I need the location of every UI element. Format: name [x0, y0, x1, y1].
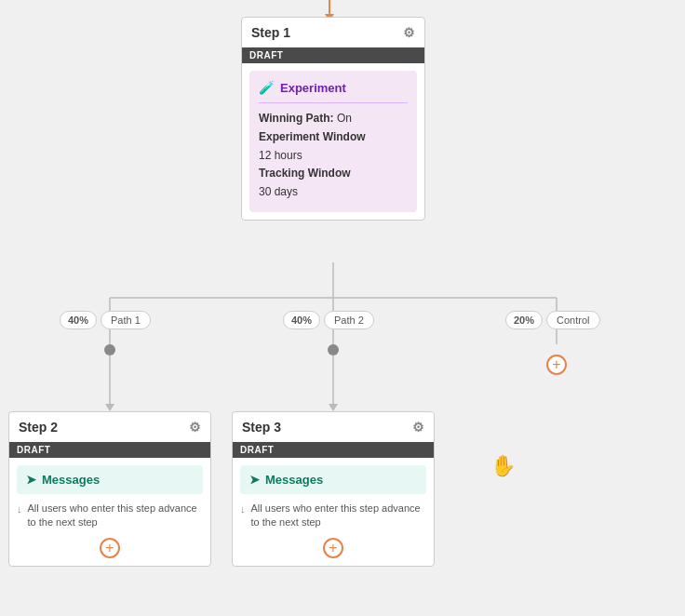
- step2-header: Step 2 ⚙: [9, 412, 210, 442]
- step2-plus-icon: +: [105, 541, 114, 556]
- control-plus-icon[interactable]: +: [546, 355, 567, 375]
- step2-plus-button[interactable]: +: [100, 538, 120, 558]
- experiment-window-value-row: 12 hours: [259, 148, 408, 164]
- step2-advance-label: All users who enter this step advance to…: [28, 502, 204, 530]
- path1-label: Path 1: [101, 311, 151, 329]
- tracking-window-value-row: 30 days: [259, 184, 408, 200]
- path2-label: Path 2: [324, 311, 374, 329]
- tracking-window-label: Tracking Window: [259, 167, 351, 180]
- svg-marker-6: [105, 404, 114, 411]
- step1-title: Step 1: [251, 25, 290, 40]
- experiment-title: 🧪 Experiment: [259, 80, 408, 103]
- step3-messages-label: Messages: [265, 473, 323, 487]
- step3-draft-badge: DRAFT: [233, 442, 434, 458]
- experiment-label: Experiment: [280, 81, 346, 95]
- winning-path-value: On: [337, 112, 352, 125]
- step2-advance-text: ↓ All users who enter this step advance …: [17, 502, 203, 530]
- step2-messages-label: Messages: [42, 473, 100, 487]
- tracking-window-value: 30 days: [259, 185, 298, 198]
- flask-icon: 🧪: [259, 80, 275, 95]
- step3-msg-icon: ➤: [249, 473, 260, 487]
- step3-advance-label: All users who enter this step advance to…: [251, 502, 427, 530]
- dot-center: [328, 344, 339, 355]
- path1-pct: 40%: [60, 311, 97, 329]
- path2-badge: 40% Path 2: [283, 311, 374, 329]
- step1-gear-icon[interactable]: ⚙: [403, 25, 415, 40]
- step2-draft-badge: DRAFT: [9, 442, 210, 458]
- step3-plus-icon: +: [329, 541, 337, 556]
- step1-card: Step 1 ⚙ DRAFT 🧪 Experiment Winning Path…: [241, 17, 425, 221]
- step3-messages-block: ➤ Messages: [240, 465, 426, 494]
- step2-title: Step 2: [19, 420, 58, 435]
- step3-advance-text: ↓ All users who enter this step advance …: [240, 502, 426, 530]
- winning-path-label: Winning Path:: [259, 112, 334, 125]
- svg-marker-8: [329, 404, 338, 411]
- step2-msg-icon: ➤: [26, 473, 36, 487]
- step2-advance-icon: ↓: [17, 502, 22, 516]
- control-plus-symbol: +: [552, 356, 560, 373]
- control-pct: 20%: [505, 311, 543, 329]
- step1-draft-badge: DRAFT: [242, 47, 424, 63]
- step1-header: Step 1 ⚙: [242, 18, 424, 47]
- experiment-window-row: Experiment Window: [259, 129, 408, 145]
- step3-advance-icon: ↓: [240, 502, 246, 516]
- winning-path-row: Winning Path: On: [259, 111, 408, 127]
- step3-title: Step 3: [242, 420, 281, 435]
- control-badge: 20% Control: [505, 311, 600, 329]
- step3-card: Step 3 ⚙ DRAFT ➤ Messages ↓ All users wh…: [232, 411, 435, 567]
- experiment-block: 🧪 Experiment Winning Path: On Experiment…: [249, 71, 417, 212]
- step3-plus-button[interactable]: +: [323, 538, 343, 558]
- dot-left: [104, 344, 115, 355]
- step2-card: Step 2 ⚙ DRAFT ➤ Messages ↓ All users wh…: [8, 411, 211, 567]
- tracking-window-row: Tracking Window: [259, 166, 408, 181]
- canvas: Step 1 ⚙ DRAFT 🧪 Experiment Winning Path…: [0, 0, 685, 616]
- path2-pct: 40%: [283, 311, 320, 329]
- step2-gear-icon[interactable]: ⚙: [189, 420, 201, 435]
- step3-header: Step 3 ⚙: [233, 412, 434, 442]
- step2-messages-block: ➤ Messages: [17, 465, 203, 494]
- experiment-window-value: 12 hours: [259, 149, 302, 162]
- experiment-window-label: Experiment Window: [259, 130, 366, 143]
- control-label: Control: [546, 311, 599, 329]
- path1-badge: 40% Path 1: [60, 311, 151, 329]
- cursor-hand-icon: ✋: [490, 454, 516, 478]
- step3-gear-icon[interactable]: ⚙: [412, 420, 424, 435]
